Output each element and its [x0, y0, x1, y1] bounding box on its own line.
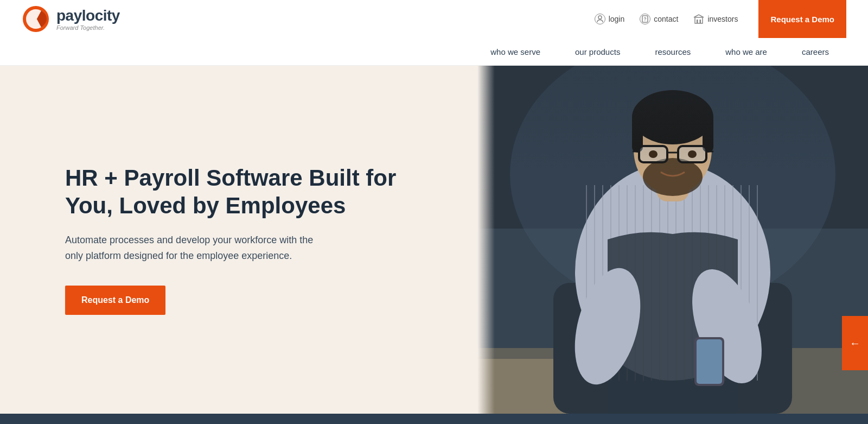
login-label: login: [609, 15, 625, 23]
arrow-icon: ←: [850, 337, 860, 350]
paylocity-logo-icon: [22, 5, 50, 33]
logo-area[interactable]: paylocity Forward Together.: [22, 5, 120, 33]
nav-resources[interactable]: resources: [637, 38, 708, 65]
hero-title: HR + Payroll Software Built for You, Lov…: [65, 164, 434, 219]
building-icon: [693, 14, 704, 24]
orange-tab[interactable]: ←: [842, 316, 868, 370]
contact-label: contact: [654, 15, 678, 23]
hero-request-demo-button[interactable]: Request a Demo: [65, 286, 165, 315]
svg-text:?: ?: [644, 16, 647, 22]
header-request-demo-button[interactable]: Request a Demo: [758, 0, 846, 38]
header: paylocity Forward Together. login: [0, 0, 868, 66]
footer-bar: [0, 414, 868, 424]
nav-who-we-serve[interactable]: who we serve: [473, 38, 558, 65]
hero-image: ←: [477, 66, 868, 414]
logo-text-area: paylocity Forward Together.: [56, 7, 120, 31]
svg-point-1: [598, 16, 602, 19]
logo-name: paylocity: [56, 7, 120, 24]
svg-rect-4: [695, 17, 703, 23]
hero-content: HR + Payroll Software Built for You, Lov…: [0, 66, 477, 414]
main-nav: who we serve our products resources who …: [0, 38, 868, 65]
nav-our-products[interactable]: our products: [558, 38, 637, 65]
login-link[interactable]: login: [595, 14, 625, 24]
person-icon: [595, 14, 605, 24]
header-right: login ? contact: [595, 0, 846, 38]
investors-link[interactable]: investors: [693, 14, 738, 24]
contact-link[interactable]: ? contact: [640, 14, 678, 24]
logo-tagline: Forward Together.: [56, 24, 120, 31]
nav-who-we-are[interactable]: who we are: [708, 38, 784, 65]
header-top: paylocity Forward Together. login: [0, 0, 868, 38]
svg-rect-5: [697, 20, 698, 23]
nav-careers[interactable]: careers: [784, 38, 846, 65]
hero-subtitle: Automate processes and develop your work…: [65, 232, 326, 264]
investors-label: investors: [707, 15, 738, 23]
hero-section: HR + Payroll Software Built for You, Lov…: [0, 66, 868, 414]
svg-rect-55: [477, 66, 564, 414]
question-icon: ?: [640, 14, 650, 24]
svg-rect-6: [700, 20, 701, 23]
hero-image-svg: [477, 66, 868, 414]
